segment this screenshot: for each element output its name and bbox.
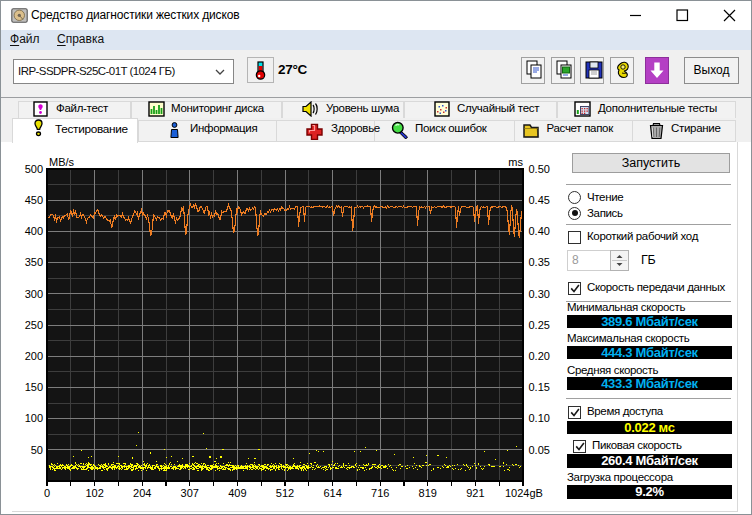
svg-text:307: 307 bbox=[181, 487, 199, 499]
svg-text:921: 921 bbox=[466, 487, 484, 499]
svg-text:819: 819 bbox=[419, 487, 437, 499]
svg-text:0.40: 0.40 bbox=[529, 225, 550, 237]
svg-text:250: 250 bbox=[25, 319, 43, 331]
svg-text:400: 400 bbox=[25, 225, 43, 237]
svg-text:ms: ms bbox=[508, 156, 523, 168]
svg-text:300: 300 bbox=[25, 288, 43, 300]
svg-text:50: 50 bbox=[31, 444, 43, 456]
svg-text:0.15: 0.15 bbox=[529, 381, 550, 393]
svg-text:0.30: 0.30 bbox=[529, 288, 550, 300]
svg-text:0.20: 0.20 bbox=[529, 350, 550, 362]
svg-text:350: 350 bbox=[25, 256, 43, 268]
svg-text:0.45: 0.45 bbox=[529, 194, 550, 206]
svg-text:100: 100 bbox=[25, 412, 43, 424]
svg-text:716: 716 bbox=[371, 487, 389, 499]
svg-text:0.50: 0.50 bbox=[529, 163, 550, 175]
svg-text:102: 102 bbox=[85, 487, 103, 499]
svg-text:512: 512 bbox=[276, 487, 294, 499]
svg-text:150: 150 bbox=[25, 381, 43, 393]
svg-text:1024gB: 1024gB bbox=[505, 487, 543, 499]
svg-text:450: 450 bbox=[25, 194, 43, 206]
svg-text:409: 409 bbox=[228, 487, 246, 499]
svg-text:614: 614 bbox=[323, 487, 341, 499]
svg-text:500: 500 bbox=[25, 163, 43, 175]
svg-text:0.05: 0.05 bbox=[529, 444, 550, 456]
svg-text:0.10: 0.10 bbox=[529, 412, 550, 424]
svg-text:200: 200 bbox=[25, 350, 43, 362]
svg-text:204: 204 bbox=[133, 487, 151, 499]
svg-text:0.35: 0.35 bbox=[529, 256, 550, 268]
svg-text:0: 0 bbox=[44, 487, 50, 499]
svg-text:0.25: 0.25 bbox=[529, 319, 550, 331]
svg-text:MB/s: MB/s bbox=[49, 156, 75, 168]
